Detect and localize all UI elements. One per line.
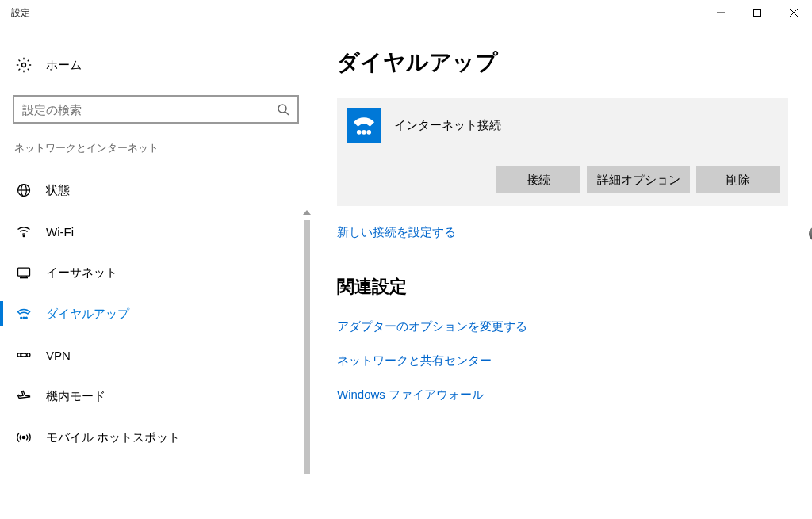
hotspot-icon — [16, 429, 32, 445]
sidebar-section-title: ネットワークとインターネット — [0, 141, 313, 155]
related-link-sharing[interactable]: ネットワークと共有センター — [337, 353, 492, 368]
vpn-icon — [16, 347, 32, 363]
close-button[interactable] — [776, 0, 812, 25]
scroll-up-arrow[interactable] — [301, 206, 313, 219]
sidebar-item-wifi[interactable]: Wi-Fi — [0, 211, 313, 252]
connection-card[interactable]: インターネット接続 接続 詳細オプション 削除 — [337, 98, 788, 206]
connect-button[interactable]: 接続 — [496, 166, 580, 193]
svg-point-20 — [22, 436, 25, 438]
svg-line-6 — [285, 112, 289, 115]
window-controls — [703, 0, 812, 25]
svg-point-5 — [278, 105, 286, 113]
search-field[interactable] — [22, 103, 277, 116]
svg-point-21 — [358, 131, 360, 133]
sidebar-item-label: Wi-Fi — [46, 225, 74, 239]
sidebar-item-label: イーサネット — [46, 265, 117, 280]
related-title: 関連設定 — [337, 275, 788, 299]
window-title: 設定 — [11, 6, 30, 20]
svg-point-22 — [362, 131, 365, 133]
titlebar: 設定 — [0, 0, 812, 25]
wifi-icon — [16, 223, 32, 239]
search-icon — [277, 103, 289, 116]
svg-point-17 — [26, 317, 28, 319]
sidebar-item-label: ダイヤルアップ — [46, 307, 129, 322]
new-connection-link[interactable]: 新しい接続を設定する — [337, 225, 456, 240]
svg-point-16 — [23, 317, 25, 319]
sidebar-item-vpn[interactable]: VPN — [0, 334, 313, 376]
sidebar-item-label: 機内モード — [46, 389, 105, 404]
main-content: ダイヤルアップ インターネット接続 接続 詳細オプション 削除 新しい接続を設定… — [313, 25, 812, 519]
related-link-adapter[interactable]: アダプターのオプションを変更する — [337, 319, 527, 334]
connection-name: インターネット接続 — [394, 118, 501, 133]
sidebar-item-label: モバイル ホットスポット — [46, 430, 180, 445]
maximize-button[interactable] — [739, 0, 776, 25]
sidebar-item-label: VPN — [46, 349, 71, 362]
dialup-icon — [16, 306, 32, 322]
phone-icon — [347, 108, 381, 143]
related-link-firewall[interactable]: Windows ファイアウォール — [337, 387, 484, 403]
sidebar-item-status[interactable]: 状態 — [0, 170, 313, 211]
svg-rect-1 — [754, 10, 761, 17]
search-input[interactable] — [13, 95, 299, 124]
airplane-icon — [16, 388, 32, 404]
gear-icon — [16, 57, 32, 73]
svg-point-10 — [23, 235, 25, 237]
sidebar: ホーム ネットワークとインターネット 状態 Wi-Fi — [0, 25, 313, 519]
sidebar-scrollbar[interactable] — [301, 206, 313, 519]
ethernet-icon — [16, 265, 32, 280]
globe-icon — [16, 182, 32, 198]
sidebar-item-label: 状態 — [46, 183, 70, 198]
svg-rect-11 — [18, 268, 30, 276]
scrollbar-thumb[interactable] — [304, 220, 310, 474]
connection-row: インターネット接続 — [345, 106, 780, 144]
home-button[interactable]: ホーム — [0, 57, 313, 73]
advanced-options-button[interactable]: 詳細オプション — [587, 166, 690, 193]
sidebar-item-airplane[interactable]: 機内モード — [0, 376, 313, 417]
sidebar-item-ethernet[interactable]: イーサネット — [0, 252, 313, 293]
sidebar-item-dialup[interactable]: ダイヤルアップ — [0, 293, 313, 334]
page-title: ダイヤルアップ — [337, 48, 788, 78]
minimize-button[interactable] — [703, 0, 739, 25]
sidebar-nav: 状態 Wi-Fi イーサネット ダイヤルアップ — [0, 170, 313, 458]
delete-button[interactable]: 削除 — [696, 166, 780, 193]
svg-point-4 — [22, 63, 26, 67]
sidebar-item-hotspot[interactable]: モバイル ホットスポット — [0, 417, 313, 458]
home-label: ホーム — [46, 58, 82, 73]
svg-point-15 — [21, 317, 22, 319]
svg-point-23 — [368, 131, 370, 133]
